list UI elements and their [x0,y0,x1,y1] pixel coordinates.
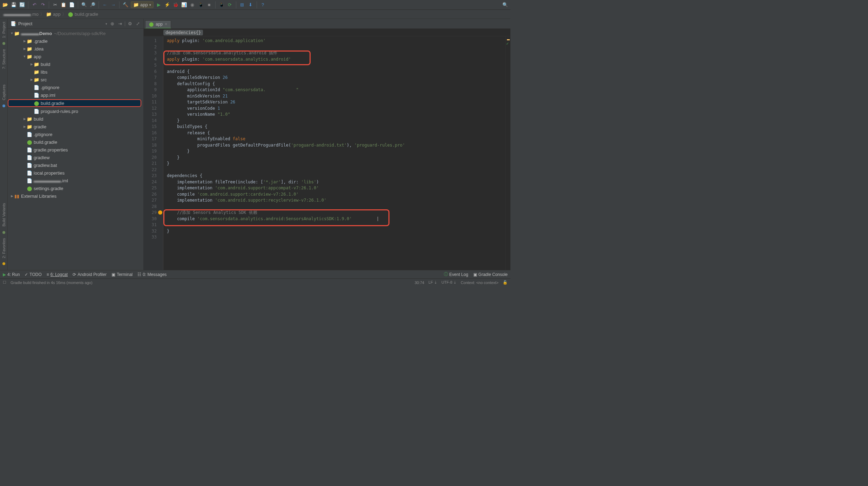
tree-item--gradle[interactable]: ▶📁.gradle [8,37,143,45]
breadcrumb-item[interactable]: ▬▬▬▬▬▬mo [4,12,39,17]
cut-icon[interactable]: ✂ [52,2,58,8]
profiler-tool-tab[interactable]: ⟳ Android Profiler [73,272,107,277]
tree-item-gradle-properties[interactable]: 📄gradle.properties [8,146,143,154]
project-tool-tab[interactable]: 1: Project [1,20,7,39]
tree-item-build-gradle[interactable]: ⬤build.gradle [8,99,141,107]
tree-item--iml[interactable]: 📄▬▬▬▬▬▬.iml [8,177,143,184]
caret-position[interactable]: 30:74 [415,281,425,285]
tree-root[interactable]: ▼ 📁 ▬▬▬▬Demo ~/Documents/app-sdk/Re [8,29,143,37]
tree-item-src[interactable]: ▶📁src [8,76,143,83]
tree-item-label: app.iml [41,93,55,98]
structure-tool-tab[interactable]: 7: Structure [1,48,7,70]
editor-tab[interactable]: ⬤ app × [145,20,171,28]
context[interactable]: Context: <no context> [461,281,499,285]
tree-arrow-icon[interactable]: ▶ [22,39,27,43]
tree-item-build-gradle[interactable]: ⬤build.gradle [8,138,143,146]
messages-tool-tab[interactable]: ☷ 0: Messages [137,272,167,277]
copy-icon[interactable]: 📋 [60,2,67,8]
tree-arrow-icon[interactable]: ▶ [29,78,34,81]
status-icon[interactable]: ☐ [3,280,6,285]
tree-item-app[interactable]: ▼📁app [8,53,143,60]
todo-tool-tab[interactable]: ✓ TODO [25,272,41,277]
sdk-icon[interactable]: ⟳ [227,2,233,8]
breadcrumb-item[interactable]: ⬤ build.gradle [68,12,98,17]
apply-changes-icon[interactable]: ⚡ [164,2,170,8]
line-separator[interactable]: LF ⇣ [428,280,437,285]
stop-icon[interactable]: ■ [206,2,212,8]
captures-tool-tab[interactable]: Captures [1,83,7,102]
paste-icon[interactable]: 📄 [69,2,75,8]
undo-icon[interactable]: ↶ [31,2,38,8]
favorites-tool-tab[interactable]: 2: Favorites [1,237,7,259]
event-log-tab[interactable]: ⓘ Event Log [444,271,468,277]
find-icon[interactable]: 🔍 [81,2,87,8]
tree-item-gradlew[interactable]: 📄gradlew [8,154,143,161]
close-tab-icon[interactable]: × [165,22,167,27]
tree-item-label: local.properties [34,170,65,176]
project-tree[interactable]: ▼ 📁 ▬▬▬▬Demo ~/Documents/app-sdk/Re ▶📁.g… [8,29,143,270]
structure-icon[interactable]: ⊞ [239,2,245,8]
tree-item-build[interactable]: ▶📁build [8,60,143,68]
lock-icon[interactable]: 🔓 [503,280,508,285]
run-config-dropdown[interactable]: 📁 app ▾ [131,1,154,8]
tree-item-libs[interactable]: 📁libs [8,68,143,76]
scroll-from-source-icon[interactable]: ⊕ [109,21,115,27]
tree-item--gitignore[interactable]: 📄.gitignore [8,130,143,138]
logcat-tool-tab[interactable]: ≡ 6: Logcat [47,272,68,277]
search-everywhere-icon[interactable]: 🔍 [502,2,508,8]
run-icon[interactable]: ▶ [156,2,162,8]
download-icon[interactable]: ⬇ [247,2,254,8]
sync-icon[interactable]: 🔄 [19,2,25,8]
error-stripe[interactable]: ✓ [506,36,510,270]
tree-item-label: gradle [34,124,46,129]
external-libraries[interactable]: ▶ ▮▮ External Libraries [8,192,143,200]
forward-icon[interactable]: → [110,2,116,8]
external-libraries-label: External Libraries [21,194,56,199]
run-tool-tab[interactable]: ▶ 4: Run [3,272,20,277]
save-icon[interactable]: 💾 [11,2,17,8]
code-editor[interactable]: 1234567891011121314151617181920212223242… [144,36,510,270]
attach-icon[interactable]: 📱 [198,2,204,8]
encoding[interactable]: UTF-8 ⇣ [441,280,456,285]
tree-item-gradlew-bat[interactable]: 📄gradlew.bat [8,161,143,169]
build-variants-tool-tab[interactable]: Build Variants [1,202,7,228]
warning-mark-icon[interactable] [507,39,510,40]
help-icon[interactable]: ? [260,2,266,8]
hide-icon[interactable]: ⤢ [135,21,141,27]
tree-item-gradle[interactable]: ▶📁gradle [8,123,143,130]
code-content[interactable]: apply plugin: 'com.android.application'/… [163,36,506,270]
settings-icon[interactable]: ⚙ [127,21,133,27]
tree-arrow-icon[interactable]: ▼ [22,55,27,58]
debug-icon[interactable]: 🐞 [172,2,179,8]
breadcrumb-item[interactable]: 📁 app [46,12,61,17]
tree-item-settings-gradle[interactable]: ⬤settings.gradle [8,184,143,192]
tree-item--gitignore[interactable]: 📄.gitignore [8,83,143,91]
coverage-icon[interactable]: ◉ [189,2,196,8]
gradle-icon: ⬤ [149,22,154,27]
tree-arrow-icon[interactable]: ▶ [29,62,34,66]
tree-item-build[interactable]: ▶📁build [8,115,143,123]
terminal-tool-tab[interactable]: ▣ Terminal [111,272,133,277]
redo-icon[interactable]: ↷ [40,2,46,8]
collapse-all-icon[interactable]: ⇥ [117,21,123,27]
intention-bulb-icon[interactable] [158,210,162,215]
profile-icon[interactable]: 📊 [181,2,187,8]
navigation-breadcrumb: ▬▬▬▬▬▬mo 〉 📁 app 〉 ⬤ build.gradle [0,10,510,19]
build-icon[interactable]: 🔨 [122,2,129,8]
open-icon[interactable]: 📂 [2,2,8,8]
replace-icon[interactable]: 🔎 [89,2,96,8]
gradle-console-tab[interactable]: ▣ Gradle Console [473,272,508,277]
editor-breadcrumb-item[interactable]: dependencies{} [163,30,203,35]
tree-arrow-icon[interactable]: ▶ [22,125,27,128]
tree-arrow-icon[interactable]: ▶ [22,117,27,121]
tree-item-app-iml[interactable]: 📄app.iml [8,91,143,99]
tree-item-local-properties[interactable]: 📄local.properties [8,169,143,177]
tree-item-proguard-rules-pro[interactable]: 📄proguard-rules.pro [8,107,143,115]
ok-indicator-icon: ✓ [506,41,510,45]
back-icon[interactable]: ← [102,2,108,8]
tree-arrow-icon[interactable]: ▶ [22,47,27,50]
tree-item-label: gradle.properties [34,147,68,153]
tree-item-label: build.gradle [34,140,57,145]
avd-icon[interactable]: 📱 [218,2,225,8]
tree-item--idea[interactable]: ▶📁.idea [8,45,143,53]
